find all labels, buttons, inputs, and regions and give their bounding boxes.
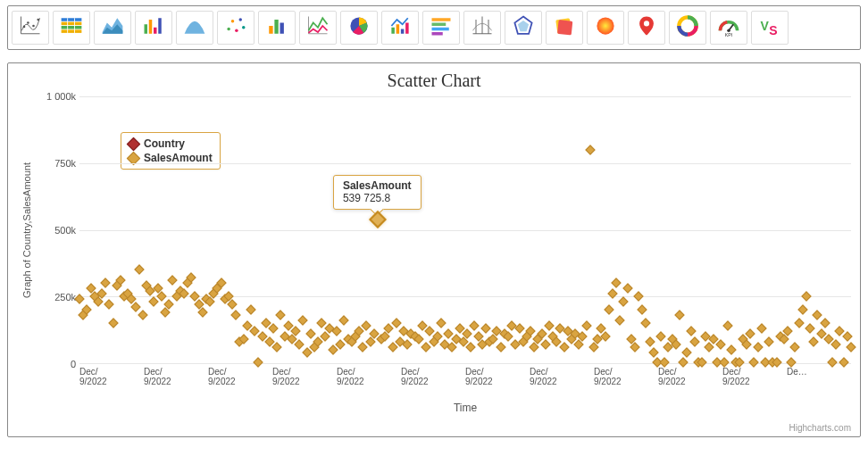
pie-chart-button[interactable] bbox=[340, 11, 378, 45]
grid-line bbox=[79, 230, 851, 231]
vs-button[interactable]: VS bbox=[751, 11, 789, 45]
scatter-point[interactable] bbox=[619, 297, 629, 307]
scatter-point[interactable] bbox=[227, 300, 237, 310]
range-chart-button[interactable] bbox=[463, 11, 501, 45]
scatter-point[interactable] bbox=[805, 323, 814, 333]
scatter-sketch-button[interactable] bbox=[12, 11, 49, 45]
scatter-point[interactable] bbox=[790, 342, 800, 352]
scatter-point[interactable] bbox=[480, 323, 490, 333]
scatter-point[interactable] bbox=[727, 344, 737, 354]
svg-point-0 bbox=[23, 26, 26, 29]
scatter-point[interactable] bbox=[820, 318, 830, 327]
svg-rect-12 bbox=[154, 28, 157, 34]
scatter-point[interactable] bbox=[813, 311, 822, 320]
legend-label: Country bbox=[144, 137, 185, 151]
scatter-point[interactable] bbox=[138, 311, 147, 320]
polygon-chart-button[interactable] bbox=[505, 11, 542, 45]
table-button[interactable] bbox=[53, 11, 90, 45]
table-icon bbox=[58, 13, 85, 42]
scatter-point[interactable] bbox=[470, 320, 480, 330]
area-chart-button[interactable] bbox=[94, 11, 131, 45]
scatter-point[interactable] bbox=[753, 342, 763, 352]
scatter-point[interactable] bbox=[756, 323, 766, 333]
scatter-point[interactable] bbox=[276, 311, 286, 320]
scatter-point[interactable] bbox=[611, 278, 621, 288]
scatter-point[interactable] bbox=[797, 305, 807, 315]
map-pin-button[interactable] bbox=[628, 11, 665, 45]
bar-chart-button[interactable] bbox=[258, 11, 296, 45]
svg-rect-13 bbox=[158, 18, 162, 34]
legend-item-country[interactable]: Country bbox=[129, 137, 213, 151]
scatter-point[interactable] bbox=[421, 342, 431, 352]
scatter-point[interactable] bbox=[305, 328, 315, 338]
scatter-point[interactable] bbox=[298, 315, 308, 325]
scatter-point[interactable] bbox=[622, 284, 632, 294]
gauge-kpi-button[interactable]: KPI bbox=[710, 11, 747, 45]
scatter-point[interactable] bbox=[585, 145, 595, 154]
scatter-point[interactable] bbox=[295, 339, 305, 349]
scatter-point[interactable] bbox=[101, 278, 111, 288]
scatter-point[interactable] bbox=[809, 336, 819, 346]
list-chart-button[interactable] bbox=[422, 11, 460, 45]
scatter-point[interactable] bbox=[715, 339, 725, 349]
scatter-point[interactable] bbox=[168, 276, 178, 286]
svg-point-18 bbox=[242, 26, 246, 29]
scatter-point[interactable] bbox=[540, 339, 550, 349]
scatter-color-button[interactable] bbox=[217, 11, 255, 45]
scatter-point[interactable] bbox=[689, 336, 699, 346]
scatter-point[interactable] bbox=[496, 342, 505, 352]
scatter-point[interactable] bbox=[764, 336, 774, 346]
svg-marker-36 bbox=[518, 21, 529, 31]
plot-area[interactable]: Country SalesAmount SalesAmount 539 725.… bbox=[79, 96, 851, 364]
scatter-point[interactable] bbox=[655, 331, 665, 341]
scatter-point[interactable] bbox=[641, 318, 651, 327]
scatter-point[interactable] bbox=[559, 342, 569, 352]
scatter-point[interactable] bbox=[686, 326, 696, 336]
column-chart-button[interactable] bbox=[135, 11, 172, 45]
scatter-point[interactable] bbox=[633, 292, 643, 302]
scatter-point[interactable] bbox=[130, 303, 140, 312]
scatter-point[interactable] bbox=[134, 265, 144, 275]
scatter-point[interactable] bbox=[268, 323, 278, 333]
line-chart-button[interactable] bbox=[299, 11, 337, 45]
scatter-point[interactable] bbox=[104, 300, 114, 310]
donut-button[interactable] bbox=[669, 11, 706, 45]
scatter-point[interactable] bbox=[466, 342, 476, 352]
scatter-point[interactable] bbox=[231, 311, 241, 320]
sunburst-button[interactable] bbox=[587, 11, 624, 45]
scatter-point[interactable] bbox=[369, 211, 387, 228]
scatter-point[interactable] bbox=[246, 305, 255, 315]
scatter-point[interactable] bbox=[615, 315, 625, 325]
svg-rect-29 bbox=[432, 28, 449, 31]
svg-rect-10 bbox=[145, 24, 148, 34]
scatter-point[interactable] bbox=[674, 311, 684, 320]
scatter-point[interactable] bbox=[149, 297, 159, 307]
scatter-point[interactable] bbox=[831, 339, 841, 349]
scatter-point[interactable] bbox=[723, 320, 733, 330]
grid-line bbox=[79, 96, 851, 97]
scatter-point[interactable] bbox=[403, 339, 413, 349]
card-button[interactable] bbox=[546, 11, 583, 45]
scatter-point[interactable] bbox=[794, 318, 804, 327]
scatter-point[interactable] bbox=[581, 320, 591, 330]
scatter-point[interactable] bbox=[436, 318, 446, 327]
scatter-point[interactable] bbox=[801, 292, 811, 302]
chart-credits[interactable]: Highcharts.com bbox=[789, 423, 851, 433]
scatter-point[interactable] bbox=[682, 347, 692, 357]
scatter-point[interactable] bbox=[842, 331, 852, 341]
bell-curve-button[interactable] bbox=[176, 11, 213, 45]
scatter-point[interactable] bbox=[604, 305, 613, 315]
scatter-point[interactable] bbox=[358, 342, 368, 352]
svg-rect-38 bbox=[557, 20, 572, 35]
scatter-point[interactable] bbox=[108, 318, 118, 327]
combo-chart-button[interactable] bbox=[381, 11, 419, 45]
scatter-point[interactable] bbox=[846, 342, 855, 352]
scatter-point[interactable] bbox=[648, 347, 658, 357]
scatter-point[interactable] bbox=[638, 305, 647, 315]
scatter-point[interactable] bbox=[391, 318, 401, 327]
svg-point-16 bbox=[235, 29, 238, 33]
scatter-point[interactable] bbox=[645, 336, 655, 346]
scatter-point[interactable] bbox=[544, 320, 554, 330]
scatter-point[interactable] bbox=[339, 315, 349, 325]
scatter-point[interactable] bbox=[272, 342, 282, 352]
